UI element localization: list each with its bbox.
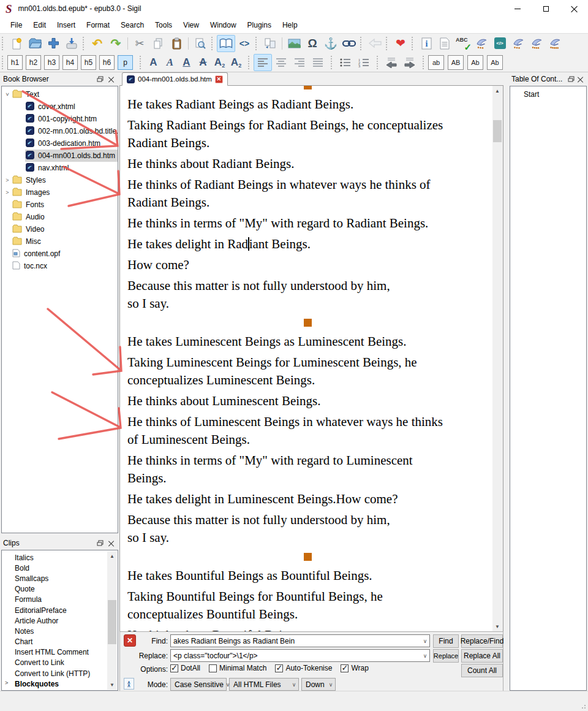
scroll-down-icon[interactable]: ▼ — [107, 680, 117, 690]
replace-input[interactable] — [171, 652, 421, 660]
add-file-button[interactable] — [44, 35, 62, 52]
heading-button-h5[interactable]: h5 — [81, 55, 96, 70]
close-panel-icon[interactable] — [105, 538, 116, 548]
undo-button[interactable]: ↶ — [88, 35, 107, 52]
bullet-list-button[interactable] — [336, 54, 355, 71]
special-characters-button[interactable]: Ω — [303, 35, 322, 52]
book-browser-item[interactable]: >Styles — [2, 174, 118, 186]
scrollbar-thumb[interactable] — [493, 120, 502, 142]
copy-button[interactable] — [149, 35, 167, 52]
editor-paragraph[interactable]: He thinks in terms of "My" with regard t… — [127, 452, 488, 487]
book-browser-item[interactable]: Video — [2, 223, 118, 235]
book-browser-item[interactable]: >Text — [2, 88, 118, 101]
clip-item[interactable]: Convert to Link (HTTP) — [2, 668, 108, 679]
chevron-down-icon[interactable]: ∨ — [290, 682, 298, 688]
book-browser-item[interactable]: Fonts — [2, 199, 118, 211]
book-browser-item[interactable]: 001-copyright.htm — [2, 113, 118, 125]
book-browser-item[interactable]: >Images — [2, 186, 118, 199]
maximize-button[interactable] — [532, 0, 560, 17]
metadata-editor-button[interactable] — [435, 35, 454, 52]
paste-button[interactable] — [167, 35, 186, 52]
menu-item-plugins[interactable]: Plugins — [242, 18, 277, 32]
editor-paragraph[interactable]: Because this matter is not fully underst… — [127, 277, 488, 313]
align-center-button[interactable] — [272, 54, 290, 71]
mend-all-button[interactable] — [509, 35, 527, 52]
clip-item[interactable]: Quote — [2, 584, 108, 595]
clip-item[interactable]: Article Author — [2, 615, 108, 626]
scrollbar-thumb[interactable] — [108, 600, 116, 644]
scroll-down-icon[interactable]: ▼ — [492, 622, 502, 631]
change-case-button-0[interactable]: ab — [428, 55, 444, 70]
save-epub-button[interactable] — [62, 35, 81, 52]
menu-item-tools[interactable]: Tools — [149, 18, 178, 32]
editor-paragraph[interactable]: He thinks of Luminescent Beings in whate… — [127, 413, 488, 449]
clip-item[interactable]: Chart — [2, 637, 108, 647]
heading-button-p[interactable]: p — [118, 55, 133, 70]
clip-item[interactable]: Italics — [2, 552, 108, 563]
redo-button[interactable]: ↷ — [107, 35, 125, 52]
find-combobox[interactable]: ∨ — [170, 634, 430, 647]
mode-dropdown-0[interactable]: Case Sensitive∨ — [170, 678, 227, 691]
clip-item[interactable]: Formula — [2, 595, 108, 605]
expander-closed-icon[interactable]: > — [3, 189, 12, 196]
align-left-button[interactable] — [254, 54, 272, 71]
close-panel-icon[interactable] — [575, 74, 585, 84]
expander-open-icon[interactable]: > — [4, 90, 10, 99]
tab-close-icon[interactable]: ✕ — [215, 75, 223, 83]
format-sub-button[interactable]: A2 — [211, 55, 228, 70]
editor-tab[interactable]: 004-mn001.olds.bd.htm ✕ — [122, 72, 228, 86]
clip-item[interactable]: Bold — [2, 563, 108, 573]
donate-button[interactable]: ❤ — [391, 35, 410, 52]
scroll-up-icon[interactable]: ▲ — [107, 551, 117, 561]
clip-item[interactable]: Notes — [2, 626, 108, 636]
book-browser-item[interactable]: toc.ncx — [2, 260, 118, 272]
book-view-button[interactable] — [217, 35, 235, 52]
menu-item-view[interactable]: View — [178, 18, 205, 32]
editor-paragraph[interactable]: He thinks about Luminescent Beings. — [127, 392, 488, 410]
editor-paragraph[interactable]: He thinks about Bountiful Beings. — [127, 626, 488, 631]
float-panel-icon[interactable] — [94, 538, 105, 548]
format-bold-button[interactable]: A — [145, 55, 162, 70]
resize-grip[interactable] — [579, 702, 586, 709]
format-sup-button[interactable]: A2 — [228, 55, 244, 70]
editor-paragraph[interactable]: He takes delight in Luminescent Beings.H… — [127, 490, 488, 508]
editor-paragraph[interactable]: He thinks about Radiant Beings. — [127, 155, 488, 173]
clip-item[interactable]: >Blockquotes — [2, 679, 108, 689]
find-button[interactable]: Find — [433, 634, 459, 648]
find-replace-button[interactable] — [191, 35, 209, 52]
editor-scrollbar[interactable]: ▲ ▼ — [492, 86, 503, 631]
editor-viewport[interactable]: He takes Radiant Beings as Radiant Being… — [119, 86, 503, 631]
editor-paragraph[interactable]: He takes Radiant Beings as Radiant Being… — [127, 96, 488, 113]
menu-item-edit[interactable]: Edit — [28, 18, 51, 32]
new-epub-button[interactable] — [7, 35, 26, 52]
book-browser-item[interactable]: 002-mn.001.olds.bd.title.... — [2, 125, 118, 137]
count-all-button[interactable]: Count All — [461, 664, 503, 677]
book-browser-item[interactable]: nav.xhtml — [2, 162, 118, 174]
checkbox-checked[interactable] — [341, 664, 349, 672]
clip-item[interactable]: Smallcaps — [2, 573, 108, 584]
insert-link-button[interactable] — [340, 35, 358, 52]
mend-code-button[interactable] — [472, 35, 491, 52]
editor-paragraph[interactable]: He thinks in terms of "My" with regard t… — [127, 215, 488, 232]
heading-button-h6[interactable]: h6 — [99, 55, 115, 70]
editor-paragraph[interactable]: Taking Luminescent Beings for Luminescen… — [127, 354, 488, 389]
book-browser-item[interactable]: cover.xhtml — [2, 101, 118, 113]
outdent-button[interactable] — [382, 54, 401, 71]
editor-paragraph[interactable]: He takes Luminescent Beings as Luminesce… — [127, 333, 488, 351]
spellcheck-button[interactable]: ABC✓ — [454, 35, 472, 52]
clip-item[interactable]: EditorialPreface — [2, 605, 108, 615]
editor-paragraph[interactable]: How come? — [127, 256, 488, 274]
clips-scrollbar[interactable]: ▲ ▼ — [107, 551, 117, 690]
replace-button[interactable]: Replace — [433, 649, 459, 663]
book-browser-item[interactable]: content.opf — [2, 248, 118, 260]
close-button[interactable] — [560, 0, 588, 17]
heading-button-h1[interactable]: h1 — [7, 55, 23, 70]
editor-paragraph[interactable]: He thinks of Radiant Beings in whatever … — [127, 176, 488, 211]
align-right-button[interactable] — [290, 54, 309, 71]
split-file-button[interactable] — [261, 35, 279, 52]
replace-combobox[interactable]: ∨ — [170, 649, 430, 662]
replace-find-button[interactable]: Replace/Find — [461, 634, 503, 648]
minimize-button[interactable] — [503, 0, 532, 17]
heading-button-h2[interactable]: h2 — [26, 55, 41, 70]
clip-item[interactable]: Insert HTML Comment — [2, 647, 108, 658]
